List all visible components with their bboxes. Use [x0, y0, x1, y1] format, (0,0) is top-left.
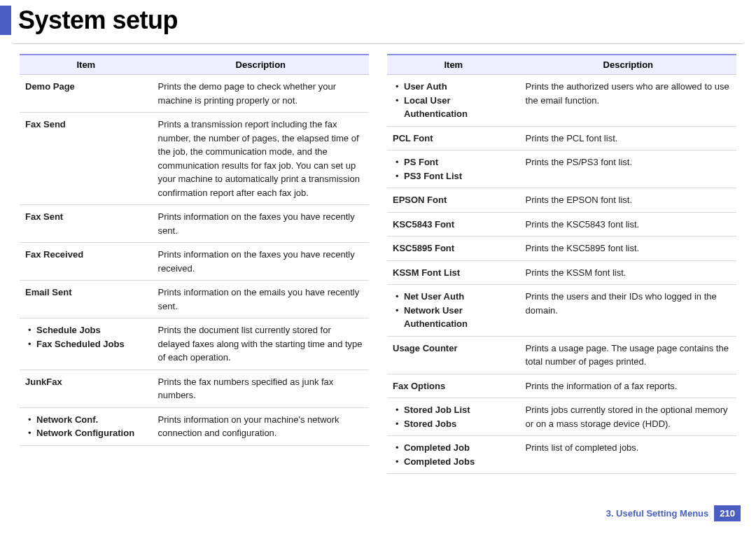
table-row: Email SentPrints information on the emai… — [20, 281, 369, 318]
item-cell: User AuthLocal User Authentication — [387, 75, 520, 127]
description-cell: Prints information on the faxes you have… — [153, 205, 369, 243]
col-header-item: Item — [20, 55, 153, 75]
item-cell: KSC5895 Font — [387, 237, 520, 261]
col-header-description: Description — [153, 55, 369, 75]
col-header-description: Description — [520, 55, 736, 75]
item-sublist-entry: PS3 Font List — [393, 169, 514, 183]
item-sublist-entry: Stored Jobs — [393, 417, 514, 431]
left-column: Item Description Demo PagePrints the dem… — [20, 54, 369, 474]
item-cell: Stored Job ListStored Jobs — [387, 398, 520, 436]
table-row: Usage CounterPrints a usage page. The us… — [387, 336, 736, 374]
item-cell: Fax Sent — [20, 205, 153, 243]
item-cell: Usage Counter — [387, 336, 520, 374]
table-row: PCL FontPrints the PCL font list. — [387, 126, 736, 150]
item-cell: Schedule JobsFax Scheduled Jobs — [20, 318, 153, 370]
description-cell: Prints list of completed jobs. — [520, 436, 736, 474]
item-sublist-entry: Network User Authentication — [393, 304, 514, 331]
table-row: Network Conf.Network ConfigurationPrints… — [20, 407, 369, 445]
description-cell: Prints the information of a fax reports. — [520, 374, 736, 398]
description-cell: Prints information on the faxes you have… — [153, 243, 369, 281]
item-sublist-entry: PS Font — [393, 155, 514, 169]
description-cell: Prints the PCL font list. — [520, 126, 736, 150]
item-cell: Net User AuthNetwork User Authentication — [387, 285, 520, 337]
item-sublist: PS FontPS3 Font List — [393, 155, 514, 183]
table-row: Demo PagePrints the demo page to check w… — [20, 75, 369, 113]
item-sublist: Schedule JobsFax Scheduled Jobs — [25, 323, 147, 351]
description-cell: Prints a transmission report including t… — [153, 113, 369, 205]
description-cell: Prints jobs currently stored in the opti… — [520, 398, 736, 436]
left-table: Item Description Demo PagePrints the dem… — [20, 54, 369, 446]
table-row: Fax SentPrints information on the faxes … — [20, 205, 369, 243]
page-header: System setup — [0, 0, 756, 42]
item-cell: JunkFax — [20, 370, 153, 407]
table-row: Completed JobCompleted JobsPrints list o… — [387, 436, 736, 474]
item-cell: Email Sent — [20, 281, 153, 318]
description-cell: Prints the authorized users who are allo… — [520, 75, 736, 127]
item-sublist-entry: Schedule Jobs — [25, 323, 147, 337]
right-table: Item Description User AuthLocal User Aut… — [387, 54, 736, 474]
item-sublist: Stored Job ListStored Jobs — [393, 403, 514, 430]
item-sublist-entry: Net User Auth — [393, 290, 514, 304]
table-row: Fax SendPrints a transmission report inc… — [20, 113, 369, 205]
table-row: Net User AuthNetwork User Authentication… — [387, 285, 736, 337]
item-sublist: User AuthLocal User Authentication — [393, 80, 514, 121]
table-row: PS FontPS3 Font ListPrints the PS/PS3 fo… — [387, 150, 736, 188]
content-columns: Item Description Demo PagePrints the dem… — [0, 54, 756, 474]
description-cell: Prints information on your machine's net… — [153, 407, 369, 445]
item-cell: Fax Options — [387, 374, 520, 398]
item-sublist-entry: Network Conf. — [25, 413, 147, 427]
description-cell: Prints the EPSON font list. — [520, 188, 736, 213]
item-sublist: Network Conf.Network Configuration — [25, 413, 147, 440]
item-sublist-entry: User Auth — [393, 80, 514, 94]
description-cell: Prints the PS/PS3 font list. — [520, 150, 736, 188]
item-sublist-entry: Network Configuration — [25, 426, 147, 440]
page-number-badge: 210 — [714, 505, 741, 521]
item-sublist-entry: Stored Job List — [393, 403, 514, 417]
table-row: Fax ReceivedPrints information on the fa… — [20, 243, 369, 281]
item-cell: Fax Received — [20, 243, 153, 281]
item-sublist: Net User AuthNetwork User Authentication — [393, 290, 514, 331]
description-cell: Prints the KSC5895 font list. — [520, 237, 736, 261]
header-divider — [13, 43, 743, 44]
table-row: JunkFaxPrints the fax numbers specified … — [20, 370, 369, 407]
item-cell: Completed JobCompleted Jobs — [387, 436, 520, 474]
table-row: KSSM Font ListPrints the KSSM font list. — [387, 260, 736, 285]
item-sublist-entry: Local User Authentication — [393, 94, 514, 121]
table-row: Schedule JobsFax Scheduled JobsPrints th… — [20, 318, 369, 370]
description-cell: Prints the KSC5843 font list. — [520, 212, 736, 237]
description-cell: Prints information on the emails you hav… — [153, 281, 369, 318]
item-cell: EPSON Font — [387, 188, 520, 213]
item-cell: Network Conf.Network Configuration — [20, 407, 153, 445]
footer-chapter: 3. Useful Setting Menus — [606, 508, 709, 519]
item-sublist-entry: Completed Job — [393, 441, 514, 455]
item-sublist: Completed JobCompleted Jobs — [393, 441, 514, 468]
page-footer: 3. Useful Setting Menus 210 — [606, 505, 741, 521]
description-cell: Prints the document list currently store… — [153, 318, 369, 370]
description-cell: Prints the demo page to check whether yo… — [153, 75, 369, 113]
description-cell: Prints a usage page. The usage page cont… — [520, 336, 736, 374]
description-cell: Prints the KSSM font list. — [520, 260, 736, 285]
item-cell: PCL Font — [387, 126, 520, 150]
item-cell: Demo Page — [20, 75, 153, 113]
item-cell: PS FontPS3 Font List — [387, 150, 520, 188]
table-row: Stored Job ListStored JobsPrints jobs cu… — [387, 398, 736, 436]
description-cell: Prints the users and their IDs who logge… — [520, 285, 736, 337]
table-row: Fax OptionsPrints the information of a f… — [387, 374, 736, 398]
col-header-item: Item — [387, 55, 520, 75]
item-cell: Fax Send — [20, 113, 153, 205]
description-cell: Prints the fax numbers specified as junk… — [153, 370, 369, 407]
item-cell: KSC5843 Font — [387, 212, 520, 237]
page-title: System setup — [18, 6, 178, 35]
table-row: User AuthLocal User AuthenticationPrints… — [387, 75, 736, 127]
header-accent-bar — [0, 6, 11, 35]
item-sublist-entry: Completed Jobs — [393, 455, 514, 469]
item-cell: KSSM Font List — [387, 260, 520, 285]
table-row: KSC5843 FontPrints the KSC5843 font list… — [387, 212, 736, 237]
table-row: EPSON FontPrints the EPSON font list. — [387, 188, 736, 213]
table-row: KSC5895 FontPrints the KSC5895 font list… — [387, 237, 736, 261]
right-column: Item Description User AuthLocal User Aut… — [387, 54, 736, 474]
item-sublist-entry: Fax Scheduled Jobs — [25, 337, 147, 351]
